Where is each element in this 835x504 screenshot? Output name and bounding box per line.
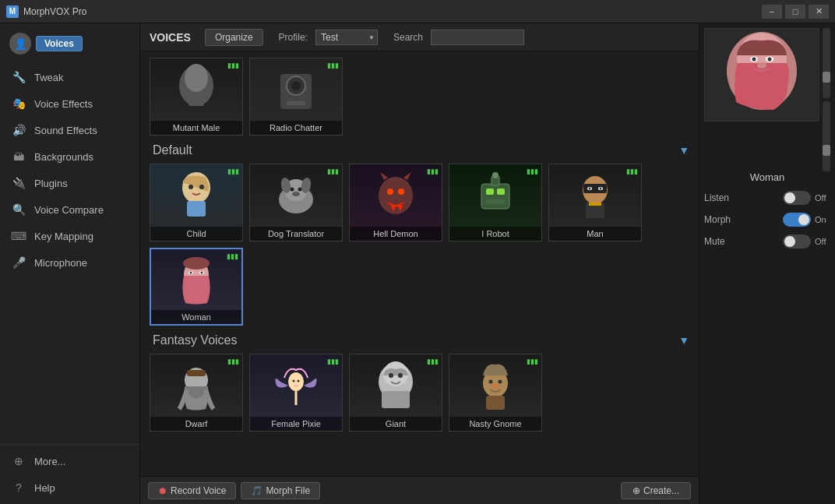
- svg-rect-46: [187, 370, 206, 376]
- sidebar-item-more[interactable]: ⊕ More...: [0, 448, 139, 474]
- sidebar-item-label: Voice Compare: [34, 204, 104, 216]
- morph-icon: 🎵: [251, 485, 262, 496]
- voices-badge[interactable]: Voices: [36, 36, 83, 51]
- sidebar-item-tweak[interactable]: 🔧 Tweak: [0, 64, 139, 90]
- svg-point-48: [293, 380, 295, 382]
- morph-toggle[interactable]: [783, 213, 811, 227]
- voice-card-name: Mutant Male: [150, 121, 242, 135]
- key-mapping-icon: ⌨: [11, 230, 26, 242]
- svg-rect-27: [497, 189, 505, 195]
- toolbar: VOICES Organize Profile: Test Default Ga…: [140, 23, 699, 51]
- slider-1[interactable]: [823, 28, 830, 98]
- sidebar-item-key-mapping[interactable]: ⌨ Key Mapping: [0, 223, 139, 249]
- voice-card-hell-demon[interactable]: ▮▮▮ Hell Demon: [349, 164, 442, 241]
- sidebar-item-help[interactable]: ? Help: [0, 474, 139, 501]
- svg-rect-55: [382, 391, 410, 408]
- svg-point-53: [389, 373, 393, 378]
- voice-card-name: Dog Translator: [250, 227, 342, 241]
- minimize-button[interactable]: −: [762, 5, 782, 19]
- svg-point-36: [589, 188, 591, 190]
- mute-toggle[interactable]: [783, 234, 811, 248]
- preview-image: [704, 28, 819, 122]
- profile-wrapper: Test Default Gaming Work: [315, 30, 378, 45]
- svg-point-54: [398, 373, 403, 378]
- morph-state: On: [815, 215, 830, 224]
- signal-icon: ▮▮▮: [527, 167, 538, 175]
- close-button[interactable]: ✕: [809, 5, 829, 19]
- profile-label: Profile:: [279, 32, 308, 43]
- titlebar: M MorphVOX Pro − □ ✕: [0, 0, 835, 23]
- default-section-header: Default ▼: [153, 143, 689, 157]
- slider-2[interactable]: [823, 101, 830, 171]
- preview-box: [704, 28, 830, 171]
- content-area: VOICES Organize Profile: Test Default Ga…: [140, 23, 699, 504]
- mute-control: Mute Off: [704, 234, 830, 248]
- voice-card-dog-translator[interactable]: ▮▮▮ Dog Translator: [249, 164, 343, 241]
- voice-card-name: Nasty Gnome: [449, 417, 541, 431]
- default-section-title: Default: [153, 143, 192, 157]
- backgrounds-icon: 🏔: [11, 150, 26, 163]
- create-button[interactable]: ⊕ Create...: [621, 482, 691, 499]
- sidebar-item-microphone[interactable]: 🎤 Microphone: [0, 249, 139, 276]
- sidebar-item-plugins[interactable]: 🔌 Plugins: [0, 170, 139, 196]
- sidebar-item-label: Tweak: [34, 72, 64, 83]
- sidebar-item-label: Voice Effects: [34, 98, 93, 110]
- signal-icon: ▮▮▮: [327, 358, 339, 365]
- organize-button[interactable]: Organize: [205, 29, 263, 46]
- sidebar-item-label: Key Mapping: [34, 231, 93, 242]
- sidebar-item-voice-effects[interactable]: 🎭 Voice Effects: [0, 90, 139, 117]
- svg-marker-19: [380, 172, 388, 180]
- sidebar-item-sound-effects[interactable]: 🔊 Sound Effects: [0, 117, 139, 143]
- morph-label: Morph: [704, 214, 731, 225]
- voice-card-name: Child: [150, 227, 242, 241]
- svg-point-59: [491, 384, 499, 389]
- tweak-icon: 🔧: [11, 71, 26, 83]
- record-voice-button[interactable]: ⏺ Record Voice: [148, 482, 236, 499]
- search-input[interactable]: [431, 30, 524, 45]
- voice-card-radio-chatter[interactable]: ▮▮▮ Radio Chatter: [249, 58, 343, 136]
- svg-point-17: [298, 188, 302, 192]
- voice-card-name: Female Pixie: [250, 417, 342, 431]
- voice-card-giant[interactable]: ▮▮▮ Giant: [349, 354, 442, 432]
- voices-scroll[interactable]: ▮▮▮ Mutant Male ▮▮▮ Radio Chatter: [140, 51, 699, 476]
- voice-card-name: Man: [549, 227, 641, 241]
- plugins-icon: 🔌: [11, 177, 26, 189]
- voice-card-name: Radio Chatter: [250, 121, 342, 135]
- restore-button[interactable]: □: [785, 5, 805, 19]
- sidebar-item-voice-compare[interactable]: 🔍 Voice Compare: [0, 196, 139, 223]
- fantasy-section-arrow[interactable]: ▼: [678, 334, 689, 347]
- voice-card-name: I Robot: [449, 227, 541, 241]
- voice-card-female-pixie[interactable]: ▮▮▮ Female Pixie: [249, 354, 343, 432]
- svg-point-49: [298, 380, 300, 382]
- svg-point-22: [398, 189, 404, 195]
- svg-rect-28: [486, 199, 505, 204]
- signal-icon: ▮▮▮: [227, 167, 239, 175]
- voice-card-name: Woman: [151, 310, 241, 324]
- voice-card-woman[interactable]: ▮▮▮ Woman: [150, 248, 243, 326]
- morph-file-button[interactable]: 🎵 Morph File: [241, 482, 320, 499]
- sidebar-item-backgrounds[interactable]: 🏔 Backgrounds: [0, 143, 139, 170]
- voice-card-child[interactable]: ▮▮▮ Child: [150, 164, 243, 241]
- svg-marker-20: [403, 172, 411, 180]
- voice-card-man[interactable]: ▮▮▮ Man: [548, 164, 642, 241]
- morph-toggle-container: On: [783, 213, 830, 227]
- sidebar-item-label: Microphone: [34, 257, 87, 269]
- voice-card-nasty-gnome[interactable]: ▮▮▮ Nasty Gnome: [449, 354, 542, 432]
- voice-card-i-robot[interactable]: ▮▮▮ I Robot: [449, 164, 542, 241]
- default-section-arrow[interactable]: ▼: [678, 144, 689, 157]
- listen-label: Listen: [704, 192, 729, 203]
- profile-select[interactable]: Test Default Gaming Work: [315, 30, 378, 45]
- help-icon: ?: [11, 481, 26, 494]
- sidebar-item-label: More...: [34, 456, 65, 467]
- voice-card-dwarf[interactable]: ▮▮▮ Dwarf: [150, 354, 243, 432]
- slider-2-thumb: [823, 145, 830, 156]
- preview-name: Woman: [704, 171, 830, 183]
- sidebar-item-label: Sound Effects: [34, 125, 97, 136]
- svg-rect-33: [583, 184, 607, 193]
- section-title: VOICES: [150, 31, 191, 44]
- create-plus-icon: ⊕: [632, 485, 640, 496]
- more-icon: ⊕: [11, 455, 26, 467]
- listen-toggle[interactable]: [783, 191, 811, 205]
- voice-card-mutant-male[interactable]: ▮▮▮ Mutant Male: [150, 58, 243, 136]
- voice-card-name: Dwarf: [150, 417, 242, 431]
